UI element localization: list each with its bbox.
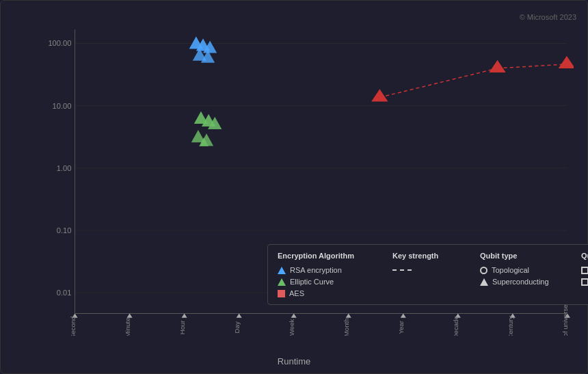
legend-qubit-header: Qubit type xyxy=(480,252,576,260)
svg-text:10.00: 10.00 xyxy=(53,102,72,110)
topological-circle-icon xyxy=(480,267,487,274)
legend-elliptic: Elliptic Curve xyxy=(278,278,387,286)
svg-text:0.01: 0.01 xyxy=(57,289,72,297)
svg-text:Month: Month xyxy=(343,318,350,336)
svg-text:0.10: 0.10 xyxy=(57,226,72,235)
legend-rsa: RSA encryption xyxy=(278,266,387,274)
chart-container: © Microsoft 2023 Physical qubits (millio… xyxy=(0,0,588,374)
legend-optimistic: Optimistic xyxy=(581,278,588,286)
optimistic-square-icon xyxy=(581,278,588,286)
legend-reasonable: Reasonable xyxy=(581,266,588,274)
svg-text:Day: Day xyxy=(233,321,241,333)
legend-topological-label: Topological xyxy=(492,266,529,274)
legend-superconducting-label: Superconducting xyxy=(492,278,549,286)
svg-text:Decade: Decade xyxy=(452,316,459,336)
elliptic-triangle-icon xyxy=(278,278,286,286)
svg-text:Hour: Hour xyxy=(178,320,186,335)
svg-text:100.00: 100.00 xyxy=(48,39,71,47)
svg-text:1.00: 1.00 xyxy=(57,164,72,172)
reasonable-square-icon xyxy=(581,267,588,274)
legend: Encryption Algorithm RSA encryption Elli… xyxy=(267,244,588,305)
legend-error-header: Qubit error rate xyxy=(581,252,588,260)
legend-key-strength: Key strength xyxy=(392,252,475,297)
svg-text:Second: Second xyxy=(69,317,77,336)
superconducting-triangle-icon xyxy=(480,278,488,286)
legend-superconducting: Superconducting xyxy=(480,278,576,286)
legend-encryption: Encryption Algorithm RSA encryption Elli… xyxy=(278,252,387,297)
legend-error-rate: Qubit error rate Reasonable Optimistic xyxy=(581,252,588,297)
legend-aes: AES xyxy=(278,289,387,297)
svg-text:Year: Year xyxy=(397,320,405,334)
aes-square-icon xyxy=(278,290,285,297)
copyright-text: © Microsoft 2023 xyxy=(520,13,576,21)
svg-text:Week: Week xyxy=(288,319,295,336)
legend-topological: Topological xyxy=(480,266,576,274)
dashed-line-icon xyxy=(392,269,412,271)
legend-key-dashed xyxy=(392,266,475,271)
svg-text:Minute: Minute xyxy=(124,317,131,336)
legend-key-header: Key strength xyxy=(392,252,475,260)
legend-rsa-label: RSA encryption xyxy=(290,266,342,274)
svg-text:Century: Century xyxy=(507,316,514,336)
x-axis-label: Runtime xyxy=(278,356,310,366)
rsa-triangle-icon xyxy=(278,267,286,274)
svg-text:Age of universe: Age of universe xyxy=(561,304,569,336)
legend-elliptic-label: Elliptic Curve xyxy=(290,278,334,286)
legend-encryption-header: Encryption Algorithm xyxy=(278,252,387,260)
legend-aes-label: AES xyxy=(289,289,304,297)
legend-qubit-type: Qubit type Topological Superconducting xyxy=(480,252,576,297)
